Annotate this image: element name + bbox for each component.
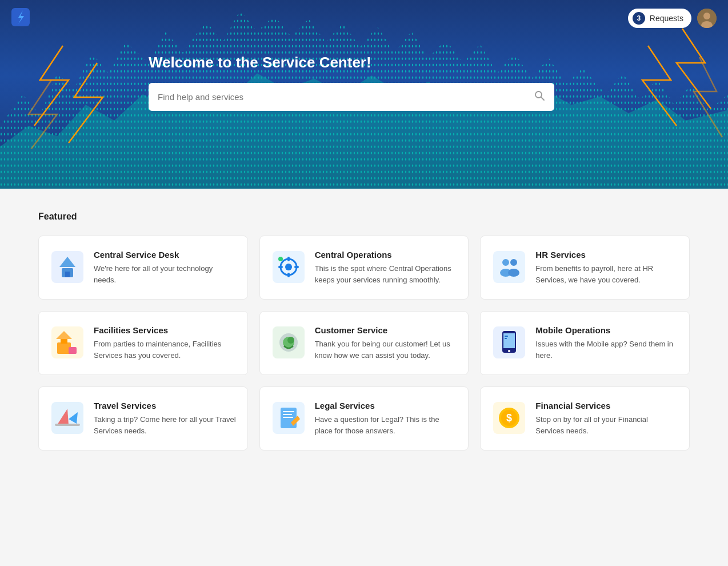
svg-point-23 — [510, 259, 517, 266]
card-title-travel-services: Travel Services — [94, 401, 236, 410]
svg-rect-17 — [287, 273, 290, 277]
svg-rect-21 — [493, 251, 525, 283]
hero-section: 3 Requests Welcome to the Service Center… — [0, 0, 728, 189]
card-title-hr-services: HR Services — [535, 250, 678, 260]
card-hr-services[interactable]: HR Services From benefits to payroll, he… — [480, 236, 690, 300]
search-bar[interactable] — [149, 83, 554, 111]
svg-point-20 — [278, 257, 283, 261]
search-icon — [534, 90, 545, 104]
requests-count-badge: 3 — [633, 12, 645, 25]
svg-rect-43 — [55, 424, 80, 426]
card-desc-customer-service: Thank you for being our customer! Let us… — [315, 338, 457, 361]
hero-title: Welcome to the Service Center! — [149, 54, 728, 71]
card-desc-travel-services: Taking a trip? Come here for all your Tr… — [94, 414, 236, 436]
card-title-facilities-services: Facilities Services — [94, 325, 236, 335]
card-travel-services[interactable]: Travel Services Taking a trip? Come here… — [38, 386, 248, 451]
card-desc-financial-services: Stop on by for all of your Financial Ser… — [535, 414, 678, 436]
card-icon-financial-services: $ — [492, 401, 526, 435]
card-title-customer-service: Customer Service — [315, 325, 457, 335]
hero-content: Welcome to the Service Center! — [0, 37, 728, 111]
svg-rect-49 — [283, 417, 293, 418]
card-desc-hr-services: From benefits to payroll, here at HR Ser… — [535, 263, 678, 285]
featured-label: Featured — [38, 212, 690, 222]
card-mobile-operations[interactable]: Mobile Operations Issues with the Mobile… — [480, 311, 690, 375]
svg-point-25 — [508, 269, 519, 277]
card-desc-legal-services: Have a question for Legal? This is the p… — [315, 414, 457, 436]
card-desc-mobile-operations: Issues with the Mobile app? Send them in… — [535, 338, 678, 361]
svg-point-38 — [508, 350, 510, 352]
svg-rect-39 — [505, 336, 508, 337]
main-content: Featured Central Service Desk We're here… — [27, 189, 701, 473]
avatar[interactable] — [697, 9, 717, 28]
svg-rect-19 — [294, 266, 299, 268]
svg-rect-18 — [278, 266, 283, 268]
card-customer-service[interactable]: Customer Service Thank you for being our… — [259, 311, 469, 375]
card-title-central-operations: Central Operations — [315, 250, 457, 260]
card-desc-central-service-desk: We're here for all of your technology ne… — [94, 263, 236, 285]
card-icon-hr-services — [492, 250, 526, 284]
logo[interactable] — [11, 8, 30, 29]
card-financial-services[interactable]: $ Financial Services Stop on by for all … — [480, 386, 690, 451]
card-central-service-desk[interactable]: Central Service Desk We're here for all … — [38, 236, 248, 300]
card-title-legal-services: Legal Services — [315, 401, 457, 410]
card-desc-central-operations: This is the spot where Central Operation… — [315, 263, 457, 285]
svg-point-22 — [502, 259, 509, 266]
svg-rect-16 — [287, 257, 290, 261]
svg-point-7 — [535, 91, 542, 98]
svg-rect-37 — [503, 333, 515, 348]
card-icon-facilities-services — [50, 325, 85, 360]
cards-grid: Central Service Desk We're here for all … — [38, 236, 690, 451]
card-facilities-services[interactable]: Facilities Services From parties to main… — [38, 311, 248, 375]
card-icon-central-service-desk — [50, 250, 85, 284]
requests-label: Requests — [650, 14, 683, 23]
requests-button[interactable]: 3 Requests — [628, 9, 691, 28]
card-central-operations[interactable]: Central Operations This is the spot wher… — [259, 236, 469, 300]
search-input[interactable] — [158, 92, 534, 102]
card-icon-mobile-operations — [492, 325, 526, 360]
card-desc-facilities-services: From parties to maintenance, Facilities … — [94, 338, 236, 361]
card-icon-legal-services — [271, 401, 306, 435]
svg-point-15 — [285, 264, 292, 270]
card-icon-customer-service — [271, 325, 306, 360]
card-title-mobile-operations: Mobile Operations — [535, 325, 678, 335]
svg-text:$: $ — [506, 412, 512, 424]
card-title-financial-services: Financial Services — [535, 401, 678, 410]
card-legal-services[interactable]: Legal Services Have a question for Legal… — [259, 386, 469, 451]
svg-rect-48 — [283, 414, 292, 415]
topbar: 3 Requests — [0, 0, 728, 37]
card-title-central-service-desk: Central Service Desk — [94, 250, 236, 260]
svg-rect-47 — [283, 411, 294, 412]
svg-point-34 — [287, 337, 294, 344]
svg-rect-30 — [69, 347, 77, 354]
svg-line-8 — [541, 97, 544, 100]
svg-rect-12 — [65, 272, 70, 277]
svg-rect-40 — [505, 338, 507, 339]
svg-point-5 — [703, 13, 710, 19]
card-icon-travel-services — [50, 401, 85, 435]
card-icon-central-operations — [271, 250, 306, 284]
